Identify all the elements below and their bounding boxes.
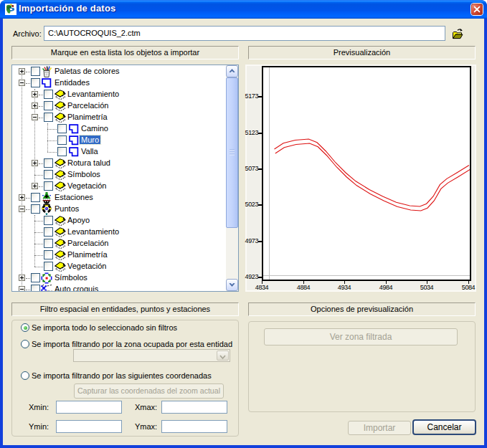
svg-text:ABC: ABC <box>43 290 52 292</box>
